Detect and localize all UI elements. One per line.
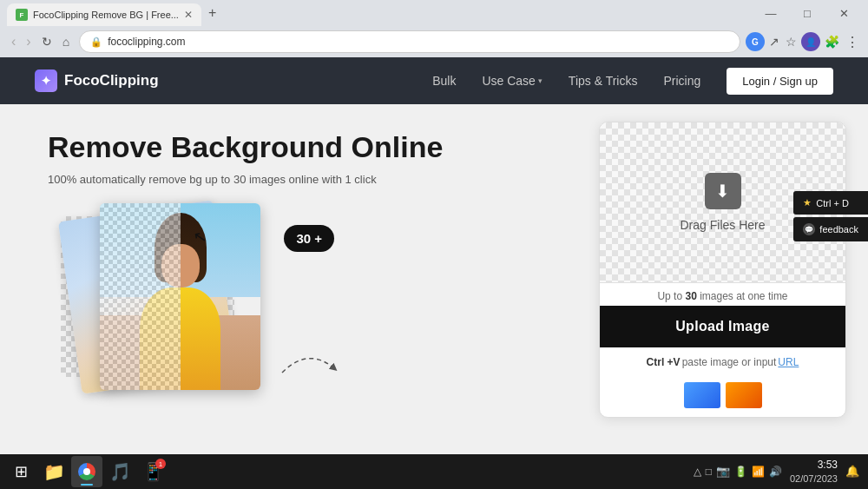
navbar-logo[interactable]: ✦ FocoClipping [35, 69, 159, 92]
logo-icon: ✦ [35, 69, 57, 92]
url-link[interactable]: URL [778, 356, 799, 368]
spotify-icon: 🎵 [109, 461, 131, 482]
volume-icon[interactable]: 🔊 [769, 466, 782, 478]
folder-icon: 📁 [43, 461, 65, 482]
upload-image-button[interactable]: Upload Image [600, 306, 845, 347]
tray-chevron[interactable]: △ [694, 466, 701, 478]
demo-image-area: ↖ 30 + [48, 203, 360, 394]
new-tab-button[interactable]: + [205, 5, 220, 21]
hero-subtitle: 100% automatically remove bg up to 30 im… [48, 173, 573, 186]
notification-badge: 1 [155, 459, 166, 469]
taskbar: ⊞ 📁 🎵 📱 1 △ □ 📷 🔋 📶 🔊 3:53 02/07/2023 [0, 454, 868, 489]
logo-text: FocoClipping [64, 72, 159, 89]
bookmark-shortcut-button[interactable]: ★ Ctrl + D [793, 191, 868, 215]
chevron-down-icon: ▾ [538, 76, 542, 85]
file-limit-text: Up to 30 images at one time [600, 283, 845, 306]
dashed-arrow [273, 338, 352, 381]
chrome-app[interactable] [71, 456, 102, 487]
close-button[interactable]: ✕ [826, 1, 861, 25]
login-button[interactable]: Login / Sign up [727, 68, 833, 95]
menu-icon[interactable]: ⋮ [844, 32, 861, 52]
logo-symbol: ✦ [41, 74, 51, 88]
address-url: fococlipping.com [108, 36, 729, 48]
upload-card: ⬇ Drag Files Here Up to 30 images at one… [599, 122, 846, 418]
limit-number: 30 [685, 290, 696, 302]
window-controls: — □ ✕ [753, 1, 861, 25]
reload-button[interactable]: ↻ [37, 33, 56, 50]
nav-link-tricks[interactable]: Tips & Tricks [569, 74, 638, 88]
notification-center-icon[interactable]: 🔔 [845, 465, 859, 478]
site-navbar: ✦ FocoClipping Bulk Use Case ▾ Tips & Tr… [0, 57, 868, 104]
main-content: Remove Background Online 100% automatica… [0, 104, 868, 454]
google-icon[interactable]: G [746, 32, 765, 51]
hero-title: Remove Background Online [48, 130, 573, 164]
spotify-app[interactable]: 🎵 [104, 456, 135, 487]
browser-tab-active[interactable]: F FocoClipping Remove BG | Free... ✕ [7, 3, 201, 26]
whatsapp-app[interactable]: 📱 1 [137, 456, 168, 487]
tab-favicon: F [16, 9, 28, 21]
clock-date: 02/07/2023 [790, 472, 838, 485]
hint-mid-text: paste image or input [682, 356, 777, 368]
profile-icon[interactable]: 👤 [801, 32, 820, 51]
nav-link-usecase[interactable]: Use Case ▾ [482, 74, 542, 88]
network-icon[interactable]: □ [706, 466, 712, 478]
feedback-label: feedback [819, 224, 858, 235]
bookmark-icon[interactable]: ☆ [784, 33, 799, 50]
sample-thumbnails [600, 379, 845, 417]
nav-link-pricing[interactable]: Pricing [663, 74, 700, 88]
back-button[interactable]: ‹ [7, 32, 20, 51]
browser-nav-controls: ‹ › ↻ ⌂ [7, 32, 74, 51]
wifi-icon[interactable]: 📶 [752, 466, 765, 478]
upload-section: ⬇ Drag Files Here Up to 30 images at one… [590, 104, 868, 454]
browser-address-bar-row: ‹ › ↻ ⌂ 🔒 fococlipping.com G ↗ ☆ 👤 🧩 ⋮ [0, 26, 868, 57]
download-icon: ⬇ [715, 181, 730, 202]
system-tray: △ □ 📷 🔋 📶 🔊 3:53 02/07/2023 🔔 [694, 459, 863, 485]
badge-thirty-plus: 30 + [284, 225, 334, 252]
tab-close-icon[interactable]: ✕ [184, 9, 193, 21]
hero-left: Remove Background Online 100% automatica… [0, 104, 590, 454]
nav-usecase-label: Use Case [482, 74, 535, 88]
thumbnail-2[interactable] [726, 382, 762, 408]
browser-toolbar-icons: G ↗ ☆ 👤 🧩 ⋮ [746, 32, 861, 52]
maximize-button[interactable]: □ [790, 1, 825, 25]
lock-icon: 🔒 [90, 36, 102, 48]
tab-title: FocoClipping Remove BG | Free... [33, 10, 179, 20]
thumbnail-1[interactable] [684, 382, 720, 408]
paste-hint: Ctrl +V paste image or input URL [600, 347, 845, 379]
camera-icon[interactable]: 📷 [716, 465, 730, 478]
file-explorer-app[interactable]: 📁 [38, 456, 69, 487]
nav-link-bulk[interactable]: Bulk [432, 74, 456, 88]
battery-icon[interactable]: 🔋 [734, 466, 747, 478]
extensions-icon[interactable]: 🧩 [823, 33, 841, 50]
chrome-icon [78, 463, 95, 480]
drag-files-text: Drag Files Here [680, 218, 765, 232]
taskbar-clock[interactable]: 3:53 02/07/2023 [786, 459, 841, 485]
clock-time: 3:53 [790, 459, 838, 472]
navbar-links: Bulk Use Case ▾ Tips & Tricks Pricing [432, 74, 700, 88]
star-icon: ★ [803, 197, 812, 208]
bookmark-label: Ctrl + D [816, 198, 849, 208]
address-bar[interactable]: 🔒 fococlipping.com [79, 30, 740, 53]
taskbar-apps: 📁 🎵 📱 1 [38, 456, 692, 487]
demo-photo-main [100, 203, 260, 390]
ctrl-v-label: Ctrl +V [647, 356, 681, 368]
share-icon[interactable]: ↗ [767, 33, 781, 50]
home-button[interactable]: ⌂ [58, 33, 74, 50]
chat-bubble-icon: 💬 [803, 223, 815, 235]
forward-button[interactable]: › [22, 32, 35, 51]
start-button[interactable]: ⊞ [5, 456, 36, 487]
floating-sidebar: ★ Ctrl + D 💬 feedback [793, 191, 868, 241]
browser-tab-bar: F FocoClipping Remove BG | Free... ✕ + —… [0, 0, 868, 26]
drop-icon-container: ⬇ [705, 173, 741, 209]
minimize-button[interactable]: — [753, 1, 788, 25]
feedback-button[interactable]: 💬 feedback [793, 217, 868, 241]
